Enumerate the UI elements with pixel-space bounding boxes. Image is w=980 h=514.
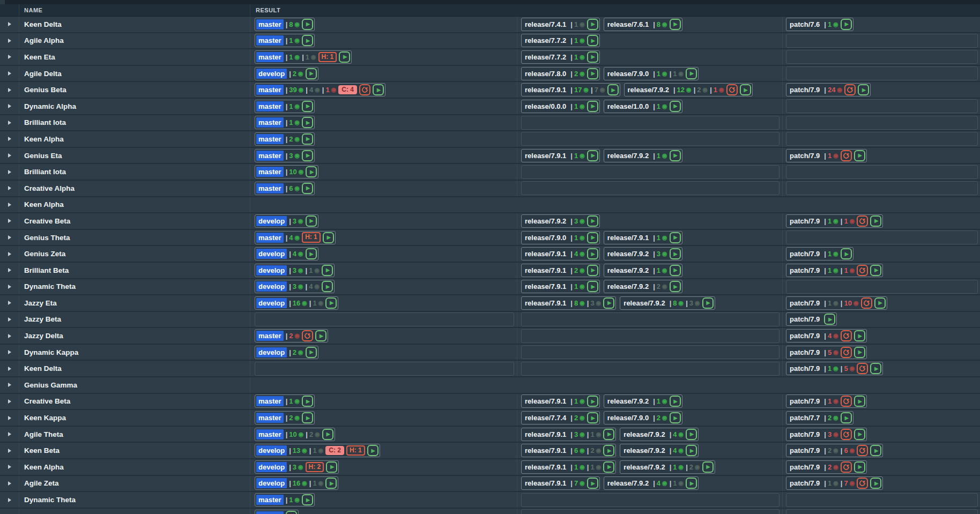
run-count[interactable]: |1◉ — [309, 446, 323, 455]
branch-label[interactable]: develop — [256, 249, 287, 259]
project-name[interactable]: Genius Theta — [24, 234, 70, 242]
branch-label[interactable]: master — [256, 413, 284, 423]
project-name[interactable]: Agile Theta — [24, 430, 63, 438]
branch-label[interactable]: master — [256, 167, 284, 177]
run-count[interactable]: |1◉ — [570, 282, 584, 290]
run-count[interactable]: |3◉ — [686, 299, 700, 307]
branch-label[interactable]: patch/7.9 — [788, 265, 822, 275]
run-play-button[interactable]: ▶ — [854, 429, 865, 440]
run-count[interactable]: |1◉ — [570, 53, 584, 61]
run-play-button[interactable]: ▶ — [302, 396, 313, 407]
run-play-button[interactable]: ▶ — [587, 232, 598, 243]
branch-label[interactable]: release/0.0.0 — [523, 101, 568, 111]
branch-label[interactable]: master — [256, 85, 284, 95]
run-play-button[interactable]: ▶ — [686, 68, 697, 79]
branch-label[interactable]: develop — [256, 281, 287, 292]
branch-label[interactable]: release/7.7.2 — [523, 52, 568, 62]
run-count[interactable]: |2◉ — [570, 70, 584, 78]
run-count[interactable]: |3◉ — [289, 463, 303, 471]
branch-label[interactable]: develop — [256, 478, 287, 488]
running-refresh-button[interactable] — [861, 297, 872, 309]
project-name[interactable]: Dynamic Theta — [24, 282, 76, 290]
branch-label[interactable]: master — [256, 233, 284, 243]
run-play-button[interactable]: ▶ — [286, 511, 297, 514]
branch-label[interactable]: patch/7.9 — [788, 331, 822, 341]
run-count[interactable]: |4◉ — [653, 479, 667, 487]
crashed-count-badge[interactable]: C: 4 — [338, 85, 357, 94]
run-count[interactable]: |8◉ — [653, 20, 667, 28]
expand-arrow-icon[interactable] — [8, 55, 11, 59]
run-count[interactable]: |2◉ — [286, 414, 300, 422]
run-count[interactable]: |12◉ — [673, 86, 692, 94]
branch-label[interactable]: release/7.9.2 — [605, 478, 651, 488]
run-play-button[interactable]: ▶ — [870, 478, 881, 489]
running-refresh-button[interactable] — [857, 363, 868, 374]
run-play-button[interactable]: ▶ — [874, 297, 886, 309]
run-play-button[interactable]: ▶ — [326, 461, 337, 473]
branch-label[interactable]: patch/7.9 — [788, 445, 822, 456]
run-count[interactable]: |3◉ — [570, 217, 584, 225]
run-count[interactable]: |17◉ — [570, 86, 589, 94]
run-count[interactable]: |1◉ — [653, 102, 667, 110]
run-play-button[interactable]: ▶ — [322, 265, 333, 276]
run-play-button[interactable]: ▶ — [322, 281, 333, 292]
run-count[interactable]: |1◉ — [653, 70, 667, 78]
branch-label[interactable]: master — [256, 183, 284, 193]
run-play-button[interactable]: ▶ — [302, 101, 313, 112]
run-play-button[interactable]: ▶ — [587, 150, 598, 161]
run-count[interactable]: |1◉ — [824, 250, 838, 258]
crashed-count-badge[interactable]: C: 2 — [325, 446, 344, 455]
run-count[interactable]: |1◉ — [824, 20, 838, 28]
expand-arrow-icon[interactable] — [8, 219, 11, 223]
expand-arrow-icon[interactable] — [8, 104, 11, 108]
run-count[interactable]: |1◉ — [570, 234, 584, 242]
project-name[interactable]: Keen Alpha — [24, 135, 64, 143]
run-count[interactable]: |4◉ — [289, 250, 303, 258]
run-count[interactable]: |5◉ — [824, 348, 838, 356]
run-play-button[interactable]: ▶ — [587, 215, 598, 227]
branch-label[interactable]: release/7.9.2 — [605, 396, 651, 406]
run-count[interactable]: |1◉ — [570, 102, 584, 110]
project-name[interactable]: Keen Delta — [24, 364, 62, 373]
run-count[interactable]: |1◉ — [322, 86, 336, 94]
run-play-button[interactable]: ▶ — [854, 461, 865, 473]
run-count[interactable]: |1◉ — [587, 430, 601, 438]
project-name[interactable]: Creative Beta — [24, 217, 70, 225]
run-count[interactable]: |6◉ — [570, 446, 584, 455]
hung-count-badge[interactable]: H: 2 — [306, 462, 324, 472]
expand-arrow-icon[interactable] — [8, 317, 11, 322]
branch-label[interactable]: develop — [256, 216, 287, 226]
expand-arrow-icon[interactable] — [8, 121, 11, 125]
branch-label[interactable]: release/7.9.1 — [523, 462, 568, 472]
run-count[interactable]: |4◉ — [670, 446, 684, 455]
branch-label[interactable]: release/7.9.1 — [523, 429, 568, 439]
run-play-button[interactable]: ▶ — [306, 248, 317, 259]
branch-label[interactable]: release/7.4.1 — [523, 19, 568, 29]
run-count[interactable]: |1◉ — [653, 397, 667, 405]
run-count[interactable]: |1◉ — [286, 102, 300, 110]
run-count[interactable]: |6◉ — [841, 446, 855, 455]
run-count[interactable]: |2◉ — [306, 430, 320, 438]
run-count[interactable]: |1◉ — [670, 70, 684, 78]
running-refresh-button[interactable] — [841, 330, 852, 341]
run-play-button[interactable]: ▶ — [306, 68, 317, 79]
branch-label[interactable]: develop — [256, 347, 287, 357]
run-count[interactable]: |39◉ — [286, 86, 304, 94]
expand-arrow-icon[interactable] — [8, 203, 11, 207]
branch-label[interactable]: master — [256, 134, 284, 144]
branch-label[interactable]: release/7.9.1 — [605, 233, 651, 243]
branch-label[interactable]: release/1.0.0 — [605, 101, 651, 111]
branch-label[interactable]: release/7.9.0 — [605, 413, 651, 423]
run-count[interactable]: |10◉ — [286, 430, 304, 438]
branch-label[interactable]: release/7.6.1 — [605, 19, 651, 29]
branch-label[interactable]: master — [256, 101, 284, 111]
run-count[interactable]: |1◉ — [570, 463, 584, 471]
expand-arrow-icon[interactable] — [8, 88, 11, 92]
run-play-button[interactable]: ▶ — [854, 330, 865, 341]
run-play-button[interactable]: ▶ — [670, 150, 681, 161]
run-count[interactable]: |3◉ — [824, 430, 838, 438]
running-refresh-button[interactable] — [857, 215, 868, 227]
run-play-button[interactable]: ▶ — [870, 363, 881, 374]
running-refresh-button[interactable] — [857, 445, 868, 456]
project-name[interactable]: Genius Beta — [24, 86, 66, 94]
